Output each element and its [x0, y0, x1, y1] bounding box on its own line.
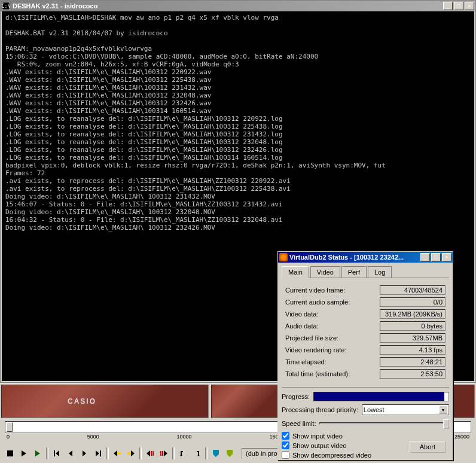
svg-marker-19 [180, 455, 182, 456]
toolbar-separator [139, 447, 142, 459]
stat-label: Video data: [285, 310, 318, 318]
svg-marker-4 [56, 450, 59, 456]
svg-rect-14 [151, 451, 152, 456]
output-video-frame [211, 385, 282, 418]
svg-rect-8 [100, 450, 101, 456]
speed-limit-label: Speed limit: [282, 420, 316, 427]
next-scene-button[interactable] [157, 447, 170, 460]
next-keyframe-button[interactable] [124, 447, 138, 460]
tick-label: 25000 [454, 434, 469, 440]
svg-marker-1 [22, 450, 26, 456]
stat-row: Current audio sample:0/0 [285, 297, 446, 307]
stat-label: Total time (estimated): [285, 370, 350, 377]
svg-rect-16 [160, 451, 161, 456]
speed-limit-slider[interactable] [319, 418, 449, 429]
timeline-thumb[interactable] [7, 422, 13, 432]
progress-bar [313, 392, 449, 401]
checkbox-label: Show output video [292, 442, 347, 449]
tick-label: 0 [7, 434, 10, 440]
mark-in-button[interactable] [176, 447, 190, 460]
stat-row: Video data:319.2MB (209KB/s) [285, 309, 446, 319]
svg-marker-22 [227, 450, 233, 457]
stat-value: 319.2MB (209KB/s) [380, 309, 446, 319]
virtualdub-status-dialog: VirtualDub2 Status - [100312 23242... _ … [277, 251, 453, 461]
close-button[interactable]: × [465, 2, 474, 10]
checkbox-input[interactable] [282, 451, 289, 459]
svg-marker-18 [164, 450, 167, 456]
input-video-frame: CASIO [1, 385, 209, 418]
abort-button[interactable]: Abort [410, 441, 446, 453]
svg-rect-3 [54, 450, 55, 456]
svg-rect-11 [127, 452, 131, 455]
svg-marker-6 [83, 450, 86, 456]
checkbox-input[interactable] [282, 441, 289, 449]
checkbox-label: Show decompressed video [292, 452, 371, 459]
checkbox-show-input-video[interactable]: Show input video [282, 432, 449, 440]
checkbox-input[interactable] [282, 432, 289, 440]
virtualdub-icon [279, 253, 288, 261]
console-titlebar[interactable]: C:\ DESHAK v2.31 - isidrococo _ □ × [1, 1, 475, 11]
marker-a-button[interactable] [209, 447, 222, 460]
marker-b-button[interactable] [223, 447, 236, 460]
stat-value: 329.57MB [380, 333, 446, 343]
svg-rect-0 [7, 450, 13, 456]
checkbox-label: Show input video [292, 432, 343, 440]
tab-perf[interactable]: Perf [341, 266, 367, 278]
progress-label: Progress: [282, 393, 310, 400]
minimize-button[interactable]: _ [443, 2, 453, 10]
goto-start-button[interactable] [50, 447, 63, 460]
stats-grid: Current video frame:47003/48524Current a… [282, 283, 449, 383]
stat-label: Projected file size: [285, 334, 338, 342]
maximize-button[interactable]: □ [454, 2, 463, 10]
play-input-button[interactable] [17, 447, 30, 460]
stat-row: Current video frame:47003/48524 [285, 285, 446, 295]
console-icon: C:\ [2, 2, 10, 10]
dropdown-arrow-icon: ▼ [439, 406, 447, 414]
stat-value: 0 bytes [380, 321, 446, 331]
stat-row: Video rendering rate:4.13 fps [285, 345, 446, 355]
stat-row: Time elapsed:2:48:21 [285, 357, 446, 367]
step-forward-button[interactable] [78, 447, 91, 460]
dialog-close-button[interactable]: × [442, 253, 451, 261]
progress-fill [314, 392, 444, 401]
stat-label: Current video frame: [285, 287, 345, 294]
toolbar-separator [106, 447, 109, 459]
stop-button[interactable] [4, 447, 17, 460]
speed-slider-thumb[interactable] [443, 419, 449, 429]
svg-marker-7 [96, 450, 99, 456]
stat-label: Video rendering rate: [285, 346, 347, 354]
prev-scene-button[interactable] [144, 447, 157, 460]
mark-out-button[interactable] [190, 447, 203, 460]
goto-end-button[interactable] [91, 447, 105, 460]
dialog-titlebar[interactable]: VirtualDub2 Status - [100312 23242... _ … [278, 252, 453, 263]
priority-label: Processing thread priority: [282, 406, 358, 413]
toolbar-separator [172, 447, 175, 459]
svg-marker-5 [69, 450, 72, 456]
stat-value: 2:48:21 [380, 357, 446, 367]
brand-text: CASIO [68, 397, 96, 406]
tab-main[interactable]: Main [282, 266, 309, 278]
dialog-title: VirtualDub2 Status - [100312 23242... [289, 254, 420, 261]
tab-log[interactable]: Log [368, 266, 392, 278]
dialog-maximize-button[interactable]: □ [431, 253, 441, 261]
stat-label: Current audio sample: [285, 298, 350, 306]
dialog-tabs: MainVideoPerfLog [282, 266, 449, 278]
svg-marker-20 [197, 455, 200, 456]
prev-keyframe-button[interactable] [111, 447, 124, 460]
tab-video[interactable]: Video [310, 266, 340, 278]
svg-rect-10 [117, 452, 121, 455]
step-back-button[interactable] [64, 447, 77, 460]
svg-marker-13 [147, 450, 150, 456]
priority-dropdown[interactable]: Lowest ▼ [362, 404, 449, 415]
dialog-minimize-button[interactable]: _ [420, 253, 430, 261]
svg-marker-9 [114, 450, 117, 456]
stat-value: 2:53:50 [380, 369, 446, 379]
stat-label: Audio data: [285, 322, 319, 330]
stat-value: 4.13 fps [380, 345, 446, 355]
tick-label: 10000 [177, 434, 192, 440]
stat-row: Audio data:0 bytes [285, 321, 446, 331]
stat-label: Time elapsed: [285, 358, 327, 365]
play-output-button[interactable] [31, 447, 44, 460]
svg-marker-21 [213, 450, 219, 457]
stat-row: Projected file size:329.57MB [285, 333, 446, 343]
